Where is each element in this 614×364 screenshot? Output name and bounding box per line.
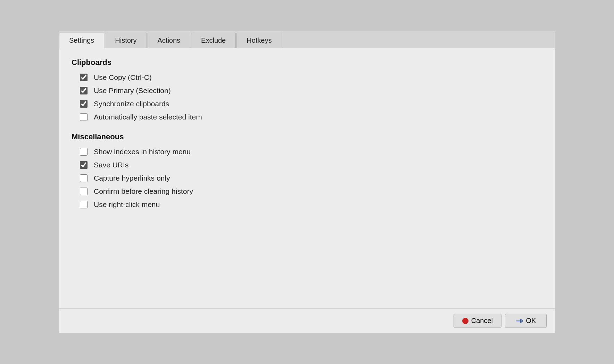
cancel-icon	[462, 318, 468, 324]
ok-label: OK	[526, 317, 536, 325]
checkbox-auto-paste-input[interactable]	[80, 113, 88, 121]
checkbox-save-uris-label: Save URIs	[94, 161, 128, 169]
checkbox-save-uris[interactable]: Save URIs	[80, 161, 542, 169]
checkbox-use-primary-label: Use Primary (Selection)	[94, 86, 171, 95]
checkbox-capture-hyperlinks-input[interactable]	[80, 174, 88, 182]
checkbox-confirm-clear-label: Confirm before clearing history	[94, 187, 193, 196]
dialog-footer: Cancel OK	[59, 308, 555, 333]
cancel-label: Cancel	[471, 317, 493, 325]
checkbox-auto-paste-label: Automatically paste selected item	[94, 113, 202, 121]
checkbox-save-uris-input[interactable]	[80, 161, 88, 169]
checkbox-sync-clipboards-label: Synchronize clipboards	[94, 100, 169, 108]
miscellaneous-section: Miscellaneous Show indexes in history me…	[72, 132, 542, 209]
checkbox-capture-hyperlinks-label: Capture hyperlinks only	[94, 174, 170, 182]
checkbox-sync-clipboards[interactable]: Synchronize clipboards	[80, 100, 542, 108]
settings-content: Clipboards Use Copy (Ctrl-C) Use Primary…	[59, 48, 555, 308]
tab-hotkeys[interactable]: Hotkeys	[237, 33, 282, 48]
tab-history[interactable]: History	[105, 33, 147, 48]
settings-dialog: Settings History Actions Exclude Hotkeys…	[59, 31, 555, 333]
checkbox-sync-clipboards-input[interactable]	[80, 100, 88, 108]
checkbox-use-copy[interactable]: Use Copy (Ctrl-C)	[80, 73, 542, 82]
clipboards-title: Clipboards	[72, 58, 542, 67]
miscellaneous-title: Miscellaneous	[72, 132, 542, 141]
checkbox-confirm-clear-input[interactable]	[80, 188, 88, 195]
clipboards-section: Clipboards Use Copy (Ctrl-C) Use Primary…	[72, 58, 542, 121]
tab-bar: Settings History Actions Exclude Hotkeys	[59, 31, 555, 48]
checkbox-right-click-menu-input[interactable]	[80, 201, 88, 208]
tab-actions[interactable]: Actions	[148, 33, 191, 48]
cancel-button[interactable]: Cancel	[454, 314, 501, 328]
checkbox-use-primary-input[interactable]	[80, 87, 88, 94]
checkbox-use-copy-label: Use Copy (Ctrl-C)	[94, 73, 152, 82]
checkbox-show-indexes[interactable]: Show indexes in history menu	[80, 148, 542, 156]
checkbox-use-copy-input[interactable]	[80, 74, 88, 81]
checkbox-right-click-menu-label: Use right-click menu	[94, 200, 160, 209]
checkbox-use-primary[interactable]: Use Primary (Selection)	[80, 86, 542, 95]
checkbox-confirm-clear[interactable]: Confirm before clearing history	[80, 187, 542, 196]
tab-settings[interactable]: Settings	[59, 33, 104, 48]
checkbox-right-click-menu[interactable]: Use right-click menu	[80, 200, 542, 209]
ok-button[interactable]: OK	[505, 314, 547, 328]
tab-exclude[interactable]: Exclude	[191, 33, 236, 48]
checkbox-auto-paste[interactable]: Automatically paste selected item	[80, 113, 542, 121]
checkbox-show-indexes-label: Show indexes in history menu	[94, 148, 191, 156]
checkbox-capture-hyperlinks[interactable]: Capture hyperlinks only	[80, 174, 542, 182]
ok-icon	[516, 318, 523, 324]
checkbox-show-indexes-input[interactable]	[80, 148, 88, 156]
